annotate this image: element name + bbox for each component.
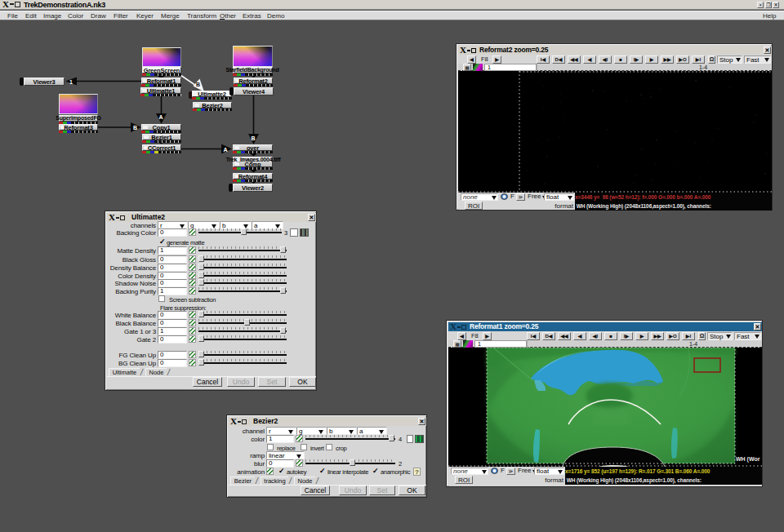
svg-text:WH (Wor: WH (Wor (736, 456, 760, 463)
svg-text:A: A (159, 114, 163, 120)
svg-text:B: B (196, 82, 200, 87)
svg-text:B: B (133, 125, 137, 131)
svg-text:1: 1 (69, 79, 73, 85)
svg-text:B: B (252, 135, 256, 141)
svg-text:A: A (224, 147, 228, 153)
